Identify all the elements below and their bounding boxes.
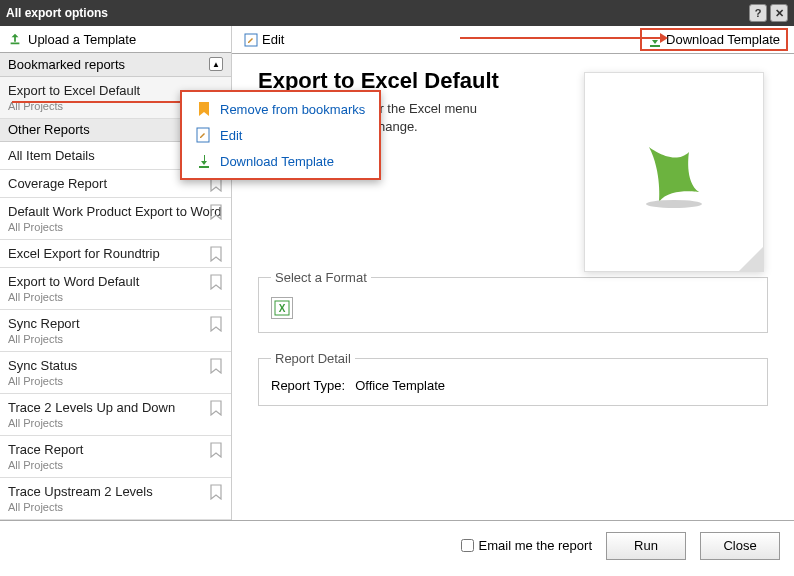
report-item[interactable]: Default Work Product Export to WordAll P… bbox=[0, 198, 231, 240]
upload-icon bbox=[8, 32, 22, 46]
email-report-checkbox[interactable]: Email me the report bbox=[461, 538, 592, 553]
title-bar: All export options ? ✕ bbox=[0, 0, 794, 26]
svg-point-1 bbox=[646, 200, 702, 208]
bookmark-toggle[interactable] bbox=[209, 204, 223, 220]
report-detail-legend: Report Detail bbox=[271, 351, 355, 366]
email-label: Email me the report bbox=[479, 538, 592, 553]
window-title: All export options bbox=[6, 6, 108, 20]
edit-button[interactable]: Edit bbox=[238, 29, 290, 50]
other-header-label: Other Reports bbox=[8, 122, 90, 137]
bookmarked-section-header[interactable]: Bookmarked reports ▲ bbox=[0, 53, 231, 76]
report-name: Default Work Product Export to Word bbox=[8, 204, 223, 219]
document-preview bbox=[584, 72, 764, 272]
bookmarked-header-label: Bookmarked reports bbox=[8, 57, 125, 72]
bookmark-toggle[interactable] bbox=[209, 358, 223, 374]
format-excel-option[interactable]: X bbox=[271, 297, 293, 319]
email-checkbox-input[interactable] bbox=[461, 539, 474, 552]
run-button[interactable]: Run bbox=[606, 532, 686, 560]
report-sub: All Projects bbox=[8, 501, 223, 513]
context-remove-bookmark[interactable]: Remove from bookmarks bbox=[182, 96, 379, 122]
report-name: Excel Export for Roundtrip bbox=[8, 246, 223, 261]
report-item[interactable]: Trace 2 Levels Up and DownAll Projects bbox=[0, 394, 231, 436]
format-legend: Select a Format bbox=[271, 270, 371, 285]
report-name: Sync Status bbox=[8, 358, 223, 373]
report-name: Trace Upstream 2 Levels bbox=[8, 484, 223, 499]
context-menu: Remove from bookmarks Edit Download Temp… bbox=[180, 90, 381, 180]
report-item[interactable]: Excel Export for Roundtrip bbox=[0, 240, 231, 268]
download-icon bbox=[196, 153, 212, 169]
bookmark-toggle[interactable] bbox=[209, 484, 223, 500]
report-item[interactable]: Trace ReportAll Projects bbox=[0, 436, 231, 478]
excel-logo-icon bbox=[634, 132, 714, 212]
bottom-bar: Email me the report Run Close bbox=[0, 520, 794, 570]
report-detail-fieldset: Report Detail Report Type: Office Templa… bbox=[258, 351, 768, 406]
report-sub: All Projects bbox=[8, 417, 223, 429]
upload-template-link[interactable]: Upload a Template bbox=[0, 26, 231, 53]
report-name: Export to Word Default bbox=[8, 274, 223, 289]
annotation-arrow bbox=[460, 37, 660, 39]
download-label: Download Template bbox=[666, 32, 780, 47]
report-sub: All Projects bbox=[8, 375, 223, 387]
context-download-label: Download Template bbox=[220, 154, 334, 169]
report-name: Sync Report bbox=[8, 316, 223, 331]
context-edit[interactable]: Edit bbox=[182, 122, 379, 148]
report-item[interactable]: Export to Word DefaultAll Projects bbox=[0, 268, 231, 310]
report-item[interactable]: Sync ReportAll Projects bbox=[0, 310, 231, 352]
svg-text:X: X bbox=[279, 303, 286, 314]
report-item[interactable]: Sync StatusAll Projects bbox=[0, 352, 231, 394]
bookmark-toggle[interactable] bbox=[209, 400, 223, 416]
report-type-value: Office Template bbox=[355, 378, 445, 393]
report-item[interactable]: Trace Upstream 2 LevelsAll Projects bbox=[0, 478, 231, 520]
bookmark-toggle[interactable] bbox=[209, 274, 223, 290]
report-name: Trace 2 Levels Up and Down bbox=[8, 400, 223, 415]
close-icon[interactable]: ✕ bbox=[770, 4, 788, 22]
edit-icon bbox=[244, 33, 258, 47]
context-remove-label: Remove from bookmarks bbox=[220, 102, 365, 117]
bookmark-toggle[interactable] bbox=[209, 442, 223, 458]
report-sub: All Projects bbox=[8, 459, 223, 471]
context-edit-label: Edit bbox=[220, 128, 242, 143]
format-fieldset: Select a Format X bbox=[258, 270, 768, 333]
bookmark-toggle[interactable] bbox=[209, 316, 223, 332]
report-sub: All Projects bbox=[8, 291, 223, 303]
toolbar: Edit Download Template bbox=[232, 26, 794, 54]
close-button[interactable]: Close bbox=[700, 532, 780, 560]
report-type-label: Report Type: bbox=[271, 378, 345, 393]
report-name: Trace Report bbox=[8, 442, 223, 457]
report-sub: All Projects bbox=[8, 221, 223, 233]
edit-label: Edit bbox=[262, 32, 284, 47]
bookmark-toggle[interactable] bbox=[209, 246, 223, 262]
edit-icon bbox=[196, 127, 212, 143]
help-icon[interactable]: ? bbox=[749, 4, 767, 22]
upload-template-label: Upload a Template bbox=[28, 32, 136, 47]
bookmark-icon bbox=[196, 101, 212, 117]
context-download[interactable]: Download Template bbox=[182, 148, 379, 174]
collapse-icon[interactable]: ▲ bbox=[209, 57, 223, 71]
annotation-arrow bbox=[12, 101, 182, 103]
report-sub: All Projects bbox=[8, 333, 223, 345]
